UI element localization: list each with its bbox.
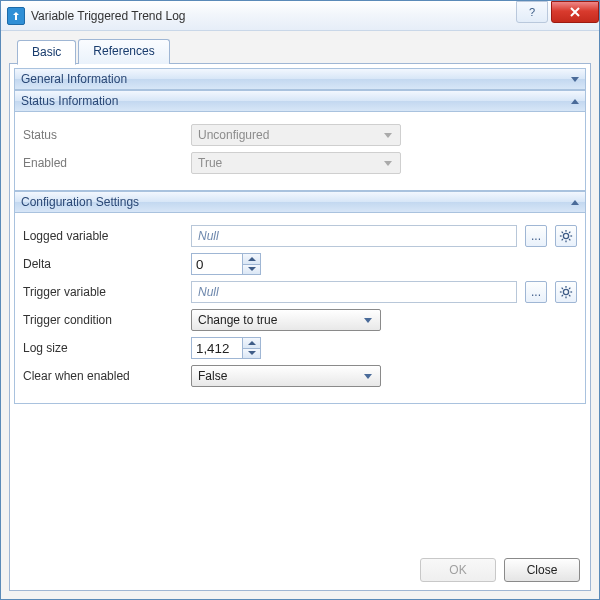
ok-button-label: OK — [449, 563, 466, 577]
section-config-header[interactable]: Configuration Settings — [14, 191, 586, 213]
chevron-up-icon — [248, 257, 256, 261]
delta-spinner — [191, 253, 261, 275]
titlebar: Variable Triggered Trend Log ? — [1, 1, 599, 31]
close-button[interactable]: Close — [504, 558, 580, 582]
window-title: Variable Triggered Trend Log — [31, 9, 516, 23]
chevron-up-icon — [571, 200, 579, 205]
logged-variable-label: Logged variable — [23, 229, 183, 243]
enabled-combo: True — [191, 152, 401, 174]
close-window-button[interactable] — [551, 1, 599, 23]
status-value: Unconfigured — [198, 128, 380, 142]
clear-when-enabled-combo[interactable]: False — [191, 365, 381, 387]
section-general-header[interactable]: General Information — [14, 68, 586, 90]
enabled-value: True — [198, 156, 380, 170]
row-clear-when-enabled: Clear when enabled False — [23, 365, 577, 387]
close-button-label: Close — [527, 563, 558, 577]
svg-line-8 — [562, 239, 563, 240]
trigger-condition-label: Trigger condition — [23, 313, 183, 327]
trigger-condition-value: Change to true — [198, 313, 360, 327]
status-label: Status — [23, 128, 183, 142]
clear-when-enabled-label: Clear when enabled — [23, 369, 183, 383]
svg-line-7 — [569, 239, 570, 240]
window-controls: ? — [516, 1, 599, 30]
section-config-body: Logged variable Null ... Delta — [14, 213, 586, 404]
trigger-variable-value: Null — [198, 285, 219, 299]
dialog-window: Variable Triggered Trend Log ? Basic Ref… — [0, 0, 600, 600]
svg-text:?: ? — [529, 6, 535, 18]
log-size-spin-buttons — [243, 337, 261, 359]
trigger-variable-label: Trigger variable — [23, 285, 183, 299]
row-log-size: Log size — [23, 337, 577, 359]
panel-filler — [14, 404, 586, 550]
trigger-variable-settings-button[interactable] — [555, 281, 577, 303]
chevron-up-icon — [248, 341, 256, 345]
delta-spin-buttons — [243, 253, 261, 275]
ok-button: OK — [420, 558, 496, 582]
chevron-down-icon — [380, 126, 396, 144]
chevron-up-icon — [571, 99, 579, 104]
section-status-header[interactable]: Status Information — [14, 90, 586, 112]
chevron-down-icon — [248, 267, 256, 271]
svg-line-6 — [562, 232, 563, 233]
button-bar: OK Close — [14, 550, 586, 586]
tab-basic[interactable]: Basic — [17, 40, 76, 65]
svg-line-9 — [569, 232, 570, 233]
row-trigger-variable: Trigger variable Null ... — [23, 281, 577, 303]
row-delta: Delta — [23, 253, 577, 275]
svg-line-15 — [562, 288, 563, 289]
app-icon — [7, 7, 25, 25]
row-trigger-condition: Trigger condition Change to true — [23, 309, 577, 331]
section-general-title: General Information — [21, 72, 127, 86]
logged-variable-input[interactable]: Null — [191, 225, 517, 247]
log-size-spin-up[interactable] — [243, 338, 260, 348]
section-status-title: Status Information — [21, 94, 118, 108]
chevron-down-icon — [360, 311, 376, 329]
gear-icon — [559, 285, 573, 299]
gear-icon — [559, 229, 573, 243]
svg-line-16 — [569, 295, 570, 296]
tab-references[interactable]: References — [78, 39, 169, 64]
logged-variable-value: Null — [198, 229, 219, 243]
delta-label: Delta — [23, 257, 183, 271]
tab-references-label: References — [93, 44, 154, 58]
chevron-down-icon — [248, 351, 256, 355]
log-size-spin-down[interactable] — [243, 348, 260, 359]
help-button[interactable]: ? — [516, 1, 548, 23]
delta-input[interactable] — [191, 253, 243, 275]
logged-variable-settings-button[interactable] — [555, 225, 577, 247]
trigger-condition-combo[interactable]: Change to true — [191, 309, 381, 331]
enabled-label: Enabled — [23, 156, 183, 170]
ellipsis-icon: ... — [531, 285, 541, 299]
delta-spin-down[interactable] — [243, 264, 260, 275]
tab-basic-label: Basic — [32, 45, 61, 59]
trigger-variable-input[interactable]: Null — [191, 281, 517, 303]
log-size-spinner — [191, 337, 261, 359]
log-size-label: Log size — [23, 341, 183, 355]
svg-point-1 — [563, 233, 568, 238]
svg-line-17 — [562, 295, 563, 296]
row-status: Status Unconfigured — [23, 124, 577, 146]
client-area: Basic References General Information Sta… — [1, 31, 599, 599]
svg-line-18 — [569, 288, 570, 289]
chevron-down-icon — [380, 154, 396, 172]
tab-panel-basic: General Information Status Information S… — [9, 63, 591, 591]
delta-spin-up[interactable] — [243, 254, 260, 264]
clear-when-enabled-value: False — [198, 369, 360, 383]
chevron-down-icon — [360, 367, 376, 385]
log-size-input[interactable] — [191, 337, 243, 359]
row-logged-variable: Logged variable Null ... — [23, 225, 577, 247]
chevron-down-icon — [571, 77, 579, 82]
svg-point-10 — [563, 289, 568, 294]
section-config-title: Configuration Settings — [21, 195, 139, 209]
section-status-body: Status Unconfigured Enabled True — [14, 112, 586, 191]
logged-variable-browse-button[interactable]: ... — [525, 225, 547, 247]
ellipsis-icon: ... — [531, 229, 541, 243]
tabstrip: Basic References — [9, 39, 591, 64]
status-combo: Unconfigured — [191, 124, 401, 146]
trigger-variable-browse-button[interactable]: ... — [525, 281, 547, 303]
row-enabled: Enabled True — [23, 152, 577, 174]
